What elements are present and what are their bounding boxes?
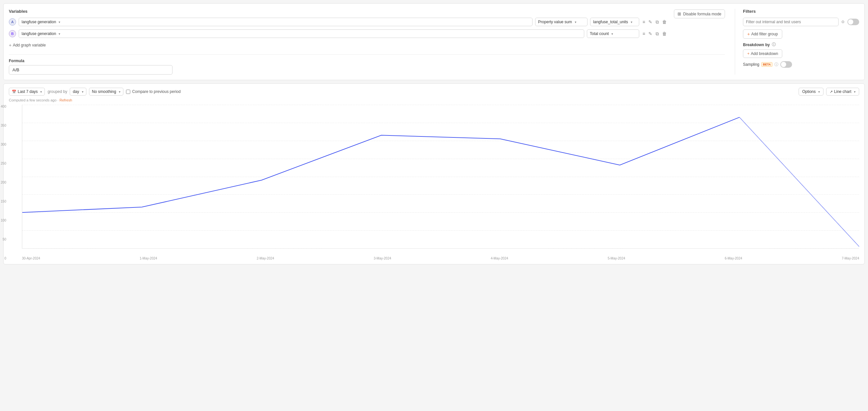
x-label-5: 5-May-2024 [608, 257, 625, 260]
variable-row-a: A langfuse generation ▾ Property value s… [9, 18, 668, 26]
top-panel: Variables A langfuse generation ▾ Proper… [3, 3, 865, 80]
disable-formula-area: ⊞ Disable formula mode [674, 9, 725, 18]
x-label-4: 4-May-2024 [491, 257, 508, 260]
chevron-down-icon: ▾ [119, 90, 120, 94]
filters-title: Filters [743, 9, 859, 14]
y-label-200: 200 [1, 181, 6, 184]
chevron-down-icon: ▾ [611, 32, 613, 36]
chevron-down-icon: ▾ [631, 20, 632, 24]
chevron-down-icon: ▾ [40, 90, 42, 94]
y-label-150: 150 [1, 200, 6, 203]
smoothing-select[interactable]: No smoothing ▾ [89, 88, 123, 96]
breakdown-info-icon[interactable]: ⓘ [772, 42, 776, 48]
date-range-select[interactable]: 📅 Last 7 days ▾ [9, 88, 45, 96]
formula-section: Formula [9, 54, 725, 74]
y-axis: 400 350 300 250 200 150 100 50 0 [0, 105, 8, 260]
filter-toggle[interactable] [847, 19, 859, 25]
var-a-filter-icon[interactable]: ≡ [642, 19, 646, 25]
variables-and-disable: Variables A langfuse generation ▾ Proper… [9, 9, 725, 49]
var-a-edit-icon[interactable]: ✎ [648, 19, 653, 25]
var-a-delete-icon[interactable]: 🗑 [661, 19, 668, 25]
chevron-down-icon: ▾ [59, 32, 60, 36]
var-a-property-select[interactable]: langfuse_total_units ▾ [590, 18, 639, 26]
var-badge-b: B [9, 30, 16, 37]
breakdown-label: Breakdown by ⓘ [743, 42, 859, 48]
chart-line-solid [22, 117, 739, 212]
filters-section: Filters ⚙ + Add filter group Breakdown b… [735, 9, 859, 74]
breakdown-row: Breakdown by ⓘ + Add breakdown [743, 42, 859, 58]
var-badge-a: A [9, 18, 16, 26]
chevron-down-icon: ▾ [82, 90, 84, 94]
plus-icon: + [747, 51, 749, 56]
options-button[interactable]: Options ▾ [799, 88, 824, 96]
line-chart-icon: ↗ [830, 90, 833, 94]
computed-text: Computed a few seconds ago · Refresh [9, 98, 859, 102]
y-label-300: 300 [1, 143, 6, 146]
calendar-icon: 📅 [12, 90, 17, 94]
x-label-0: 30-Apr-2024 [22, 257, 40, 260]
formula-input[interactable] [9, 65, 173, 74]
sampling-toggle[interactable] [780, 61, 792, 68]
chart-panel: 📅 Last 7 days ▾ grouped by day ▾ No smoo… [3, 84, 865, 264]
group-by-select[interactable]: day ▾ [70, 88, 86, 96]
line-chart-button[interactable]: ↗ Line chart ▾ [826, 88, 859, 96]
filter-input-row: ⚙ [743, 18, 859, 26]
disable-formula-button[interactable]: ⊞ Disable formula mode [674, 9, 725, 18]
y-label-100: 100 [1, 219, 6, 222]
filter-text-input[interactable] [743, 18, 839, 26]
formula-icon: ⊞ [678, 11, 681, 17]
x-label-6: 6-May-2024 [725, 257, 742, 260]
variables-and-formula: Variables A langfuse generation ▾ Proper… [9, 9, 725, 74]
sampling-info-icon[interactable]: ⓘ [774, 62, 778, 67]
var-a-icons: ≡ ✎ ⧉ 🗑 [642, 19, 668, 26]
var-b-filter-icon[interactable]: ≡ [642, 30, 646, 37]
add-variable-link[interactable]: + Add graph variable [9, 41, 668, 49]
compare-checkbox[interactable] [126, 90, 130, 94]
toolbar-right: Options ▾ ↗ Line chart ▾ [799, 88, 859, 96]
chevron-down-icon: ▾ [575, 20, 577, 24]
var-a-source-select[interactable]: langfuse generation ▾ [19, 18, 532, 26]
var-b-icons: ≡ ✎ ⧉ 🗑 [642, 30, 668, 37]
grouped-by-label: grouped by [48, 89, 67, 94]
y-label-400: 400 [1, 105, 6, 108]
sampling-row: Sampling BETA ⓘ [743, 61, 859, 68]
y-label-50: 50 [3, 238, 6, 241]
formula-title: Formula [9, 59, 725, 63]
plus-icon: + [747, 31, 750, 37]
x-label-3: 3-May-2024 [374, 257, 391, 260]
refresh-link[interactable]: Refresh [60, 98, 72, 102]
plus-icon: + [9, 42, 11, 48]
x-label-1: 1-May-2024 [140, 257, 157, 260]
x-axis: 30-Apr-2024 1-May-2024 2-May-2024 3-May-… [22, 255, 859, 260]
y-label-0: 0 [4, 257, 6, 260]
var-a-copy-icon[interactable]: ⧉ [655, 19, 659, 26]
chevron-down-icon: ▾ [854, 90, 856, 94]
var-b-edit-icon[interactable]: ✎ [648, 30, 653, 37]
y-label-350: 350 [1, 124, 6, 127]
chevron-down-icon: ▾ [59, 20, 60, 24]
grid-line-0 [22, 248, 859, 249]
chart-container [22, 105, 859, 249]
chart-toolbar: 📅 Last 7 days ▾ grouped by day ▾ No smoo… [9, 88, 859, 96]
var-b-source-select[interactable]: langfuse generation ▾ [19, 29, 584, 38]
chart-line-dashed [739, 117, 859, 246]
chevron-down-icon: ▾ [818, 90, 820, 94]
var-b-copy-icon[interactable]: ⧉ [655, 30, 659, 37]
add-filter-group-button[interactable]: + Add filter group [743, 29, 782, 39]
add-breakdown-button[interactable]: + Add breakdown [743, 50, 782, 58]
variables-title: Variables [9, 9, 668, 14]
variable-rows: Variables A langfuse generation ▾ Proper… [9, 9, 668, 49]
var-b-delete-icon[interactable]: 🗑 [661, 30, 668, 37]
chart-svg [22, 105, 859, 248]
var-a-aggregation-select[interactable]: Property value sum ▾ [535, 18, 588, 26]
compare-to-previous-period-label[interactable]: Compare to previous period [126, 89, 181, 94]
variable-row-b: B langfuse generation ▾ Total count ▾ ≡ … [9, 29, 668, 38]
var-b-aggregation-select[interactable]: Total count ▾ [587, 29, 639, 38]
chart-area: 400 350 300 250 200 150 100 50 0 [9, 105, 859, 260]
filter-settings-icon[interactable]: ⚙ [841, 20, 845, 24]
x-label-2: 2-May-2024 [257, 257, 274, 260]
x-label-7: 7-May-2024 [842, 257, 859, 260]
beta-badge: BETA [761, 62, 772, 67]
y-label-250: 250 [1, 162, 6, 165]
